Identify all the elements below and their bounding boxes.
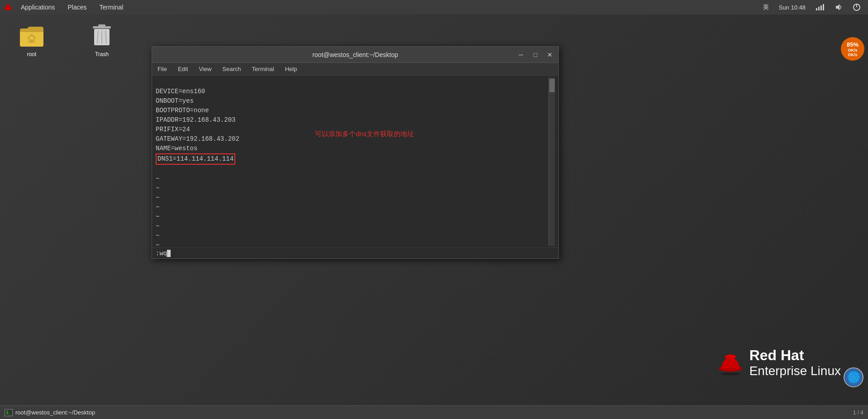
vim-cmd-text: :wq (156, 250, 167, 257)
trash-icon-label: Trash (94, 51, 110, 58)
cursor (167, 250, 171, 257)
net-up: OK/s (848, 48, 857, 52)
tilde-lines: ~ ~ ~ ~ ~ ~ ~ ~ ~ ~ ~ ~ ~ (156, 175, 159, 246)
net-down: OK/s (848, 52, 857, 57)
terminal-text[interactable]: DEVICE=ens160 ONBOOT=yes BOOTPROTO=none … (156, 77, 548, 246)
minimize-button[interactable]: ─ (514, 49, 528, 61)
cpu-percent: 85% (847, 41, 858, 48)
desktop: root Trash root@westos_client:~/Desktop (0, 14, 868, 405)
svg-rect-3 (818, 7, 820, 10)
redhat-icon (4, 3, 13, 12)
close-button[interactable]: ✕ (543, 49, 557, 61)
network-speed-indicator[interactable]: 85% OK/s OK/s (841, 37, 864, 61)
vim-cmdline: :wq (152, 248, 558, 258)
svg-marker-6 (836, 4, 839, 10)
taskbar: $_ root@westos_client:~/Desktop 1 / 4 (0, 405, 868, 419)
maximize-button[interactable]: □ (529, 49, 542, 61)
redhat-line1: Red Hat (749, 347, 841, 364)
scrollbar-thumb (549, 79, 555, 92)
power-icon[interactable] (850, 0, 863, 14)
menu-view[interactable]: View (193, 63, 217, 76)
terminal-window: root@westos_client:~/Desktop ─ □ ✕ File … (152, 46, 559, 259)
svg-point-1 (6, 5, 10, 7)
desktop-icon-trash[interactable]: Trash (84, 24, 120, 58)
desktop-icon-root[interactable]: root (14, 24, 50, 58)
scrollbar[interactable] (548, 77, 555, 246)
redhat-line2: Enterprise Linux (749, 364, 841, 378)
menu-search[interactable]: Search (217, 63, 246, 76)
svg-point-18 (725, 354, 736, 359)
svg-point-16 (720, 372, 740, 375)
trash-icon (89, 24, 114, 49)
svg-rect-5 (823, 4, 824, 10)
taskbar-terminal-icon: $_ (5, 409, 13, 416)
menu-terminal[interactable]: Terminal (247, 63, 280, 76)
annotation-dns: 可以添加多个dns文件获取的地址 (315, 130, 414, 138)
globe-icon[interactable]: 🌐 (844, 367, 863, 387)
terminal-controls: ─ □ ✕ (514, 49, 557, 61)
svg-rect-11 (98, 24, 105, 27)
terminal-titlebar: root@westos_client:~/Desktop ─ □ ✕ (152, 47, 558, 63)
redhat-hat-icon (717, 349, 744, 376)
menu-help[interactable]: Help (280, 63, 303, 76)
taskbar-page-info: 1 / 4 (853, 409, 863, 416)
taskbar-terminal-label: root@westos_client:~/Desktop (15, 409, 95, 416)
menu-edit[interactable]: Edit (172, 63, 193, 76)
terminal-menubar: File Edit View Search Terminal Help (152, 63, 558, 76)
redhat-logo: Red Hat Enterprise Linux (717, 347, 841, 378)
line-device: DEVICE=ens160 ONBOOT=yes BOOTPROTO=none … (156, 88, 239, 152)
applications-menu[interactable]: Applications (14, 0, 62, 14)
svg-rect-4 (820, 5, 822, 10)
volume-icon[interactable] (832, 0, 845, 14)
taskbar-terminal-item[interactable]: $_ root@westos_client:~/Desktop (0, 406, 100, 419)
terminal-content: DEVICE=ens160 ONBOOT=yes BOOTPROTO=none … (152, 76, 558, 248)
language-indicator[interactable]: 英 (760, 0, 772, 14)
svg-rect-2 (816, 8, 817, 10)
dns-line-highlight: DNS1=114.114.114.114 (156, 153, 235, 165)
menu-file[interactable]: File (152, 63, 172, 76)
svg-rect-9 (30, 39, 33, 42)
network-icon[interactable] (813, 0, 827, 14)
root-icon-label: root (26, 51, 38, 58)
terminal-menu[interactable]: Terminal (93, 0, 130, 14)
datetime-display[interactable]: Sun 10:48 (776, 0, 808, 14)
redhat-text: Red Hat Enterprise Linux (749, 347, 841, 378)
top-menubar: Applications Places Terminal 英 Sun 10:48 (0, 0, 868, 14)
places-menu[interactable]: Places (62, 0, 93, 14)
folder-icon (19, 24, 44, 49)
terminal-title: root@westos_client:~/Desktop (312, 51, 398, 58)
